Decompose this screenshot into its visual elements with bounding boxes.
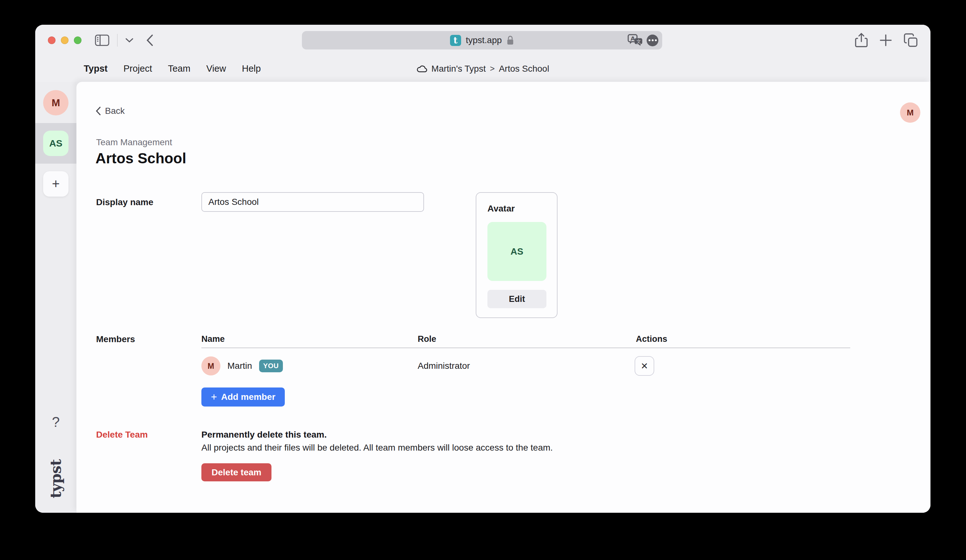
page-options-icon[interactable]: [647, 34, 659, 46]
minimize-window-button[interactable]: [61, 36, 69, 44]
delete-heading: Permanently delete this team.: [201, 430, 327, 440]
column-name: Name: [201, 334, 225, 344]
zoom-window-button[interactable]: [74, 36, 82, 44]
member-name-cell: M Martin YOU: [201, 356, 283, 376]
toolbar-right-group: [855, 25, 918, 56]
toolbar-divider: [117, 34, 118, 47]
chevron-down-icon[interactable]: [125, 38, 133, 43]
display-name-label: Display name: [96, 197, 153, 207]
account-avatar[interactable]: M: [900, 102, 920, 123]
browser-titlebar: t typst.app A: [35, 25, 930, 56]
remove-member-button[interactable]: ✕: [634, 356, 654, 376]
svg-text:文: 文: [636, 39, 641, 44]
toolbar-left-group: [95, 25, 154, 56]
display-name-input[interactable]: [201, 192, 424, 212]
page-title: Artos School: [95, 149, 186, 167]
close-window-button[interactable]: [48, 36, 56, 44]
team-avatar-preview: AS: [488, 222, 546, 281]
add-member-button[interactable]: + Add member: [201, 388, 285, 407]
menu-project[interactable]: Project: [123, 63, 152, 74]
app-menu: Typst Project Team View Help: [84, 63, 261, 74]
browser-window: t typst.app A: [35, 25, 930, 513]
address-bar[interactable]: t typst.app A: [302, 31, 662, 49]
sidebar-add-team-button[interactable]: +: [43, 171, 69, 197]
new-tab-icon[interactable]: [879, 34, 892, 47]
sidebar-toggle-icon[interactable]: [95, 34, 109, 46]
delete-team-label: Delete Team: [96, 430, 148, 440]
url-text: typst.app: [466, 35, 502, 45]
urlbar-right-group: A 文: [628, 31, 659, 49]
chevron-left-icon: [95, 106, 101, 116]
avatar-card: Avatar AS Edit: [476, 192, 557, 318]
help-icon[interactable]: ?: [35, 414, 76, 430]
desktop-background: t typst.app A: [0, 0, 966, 560]
back-label: Back: [105, 106, 125, 116]
lock-icon: [506, 35, 514, 45]
breadcrumb-workspace[interactable]: Martin's Typst: [431, 64, 486, 74]
member-name: Martin: [227, 361, 252, 371]
back-button[interactable]: Back: [95, 106, 125, 116]
traffic-lights: [48, 36, 82, 44]
menu-team[interactable]: Team: [168, 63, 190, 74]
you-badge: YOU: [259, 360, 283, 372]
app-menubar: Typst Project Team View Help Martin's Ty…: [35, 56, 930, 82]
cloud-icon: [416, 65, 427, 72]
share-icon[interactable]: [855, 33, 868, 48]
team-management-page: Back M Team Management Artos School Disp…: [76, 82, 930, 513]
delete-description: All projects and their files will be del…: [201, 443, 553, 453]
menu-help[interactable]: Help: [242, 63, 261, 74]
column-actions: Actions: [636, 334, 667, 344]
avatar-card-title: Avatar: [488, 204, 546, 214]
translate-icon[interactable]: A 文: [628, 34, 643, 47]
typst-logo: typst: [47, 460, 64, 498]
menu-typst[interactable]: Typst: [84, 63, 107, 74]
column-role: Role: [418, 334, 436, 344]
members-table-header: Name Role Actions: [201, 334, 850, 345]
sidebar-item-team-avatar[interactable]: AS: [43, 131, 69, 156]
breadcrumb-separator: >: [490, 64, 495, 74]
member-avatar: M: [201, 356, 220, 376]
breadcrumb-page[interactable]: Artos School: [499, 64, 549, 74]
members-table: Name Role Actions M Martin YOU Administr…: [201, 334, 850, 384]
site-favicon: t: [450, 35, 461, 46]
table-row: M Martin YOU Administrator ✕: [201, 348, 850, 384]
menu-view[interactable]: View: [206, 63, 226, 74]
breadcrumb: Martin's Typst > Artos School: [416, 56, 549, 82]
add-member-label: Add member: [221, 392, 275, 402]
edit-avatar-button[interactable]: Edit: [488, 290, 546, 308]
back-navigation-icon[interactable]: [146, 34, 154, 47]
section-eyebrow: Team Management: [96, 137, 172, 148]
sidebar-item-user-avatar[interactable]: M: [43, 90, 69, 115]
typst-logo-wrap: typst: [35, 452, 76, 506]
close-icon: ✕: [641, 361, 648, 371]
delete-team-button[interactable]: Delete team: [201, 463, 271, 481]
tab-overview-icon[interactable]: [904, 33, 918, 47]
plus-icon: +: [211, 391, 217, 403]
members-label: Members: [96, 334, 135, 344]
member-role: Administrator: [418, 361, 470, 371]
workspace-sidebar: M AS + ? typst: [35, 82, 76, 513]
svg-text:A: A: [631, 35, 635, 42]
